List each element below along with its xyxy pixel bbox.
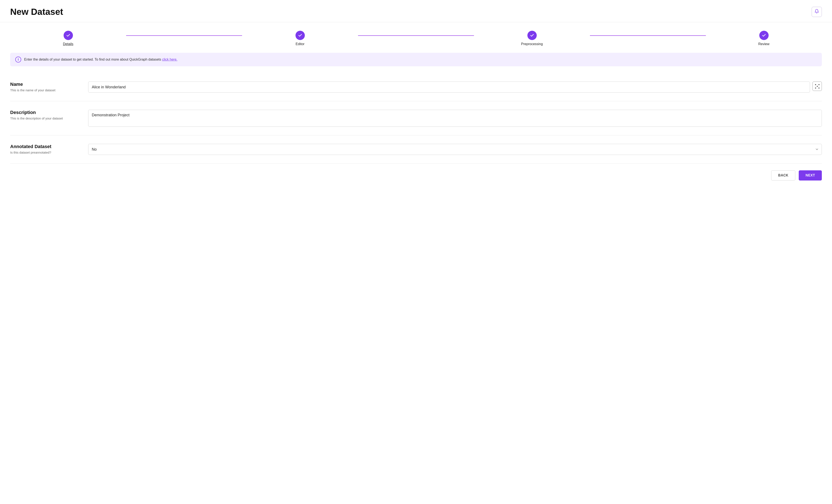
stepper: Details Editor Preprocessing Review: [0, 22, 832, 53]
step-editor-label: Editor: [296, 42, 305, 46]
connector-2: [358, 35, 474, 36]
name-sublabel: This is the name of your dataset: [10, 88, 78, 92]
header: New Dataset: [0, 0, 832, 22]
step-details-label: Details: [63, 42, 73, 46]
dice-dot-4: [815, 86, 816, 87]
step-preprocessing-label: Preprocessing: [521, 42, 543, 46]
step-preprocessing-circle: [527, 31, 537, 40]
description-input[interactable]: Demonstration Project: [88, 110, 822, 127]
info-banner: i Enter the details of your dataset to g…: [10, 53, 822, 66]
step-review-circle: [759, 31, 769, 40]
step-details-circle: [63, 31, 73, 40]
info-icon: i: [15, 57, 21, 62]
dice-dot-7: [815, 87, 816, 88]
dice-dot-5: [817, 86, 818, 87]
dice-dot-2: [817, 84, 818, 85]
annotated-label-group: Annotated Dataset Is this dataset preann…: [10, 144, 78, 154]
dice-icon: [815, 84, 820, 89]
name-label-group: Name This is the name of your dataset: [10, 82, 78, 92]
dice-dot-6: [818, 86, 820, 87]
next-button[interactable]: NEXT: [799, 170, 822, 181]
step-review: Review: [706, 31, 822, 46]
description-label-group: Description This is the description of y…: [10, 110, 78, 120]
name-input[interactable]: [88, 82, 810, 92]
connector-3: [590, 35, 706, 36]
description-sublabel: This is the description of your dataset: [10, 116, 78, 120]
annotated-sublabel: Is this dataset preannotated?: [10, 151, 78, 154]
dice-dot-8: [817, 87, 818, 88]
name-field-group: [88, 82, 822, 92]
step-review-label: Review: [758, 42, 769, 46]
description-section: Description This is the description of y…: [10, 101, 822, 135]
annotated-select[interactable]: No Yes: [88, 144, 822, 155]
connector-1: [126, 35, 242, 36]
description-label: Description: [10, 110, 78, 115]
dice-button[interactable]: [812, 82, 822, 91]
form-container: Name This is the name of your dataset: [0, 73, 832, 163]
dice-dot-3: [818, 84, 820, 85]
bell-icon: [814, 9, 819, 15]
dice-dot-9: [818, 87, 820, 88]
back-button[interactable]: BACK: [771, 170, 795, 181]
step-details: Details: [10, 31, 126, 46]
info-text: Enter the details of your dataset to get…: [24, 58, 177, 61]
dice-dot-1: [815, 84, 816, 85]
annotated-field-group: No Yes: [88, 144, 822, 155]
description-field-group: Demonstration Project: [88, 110, 822, 127]
footer: BACK NEXT: [0, 163, 832, 187]
annotated-label: Annotated Dataset: [10, 144, 78, 149]
page-title: New Dataset: [10, 7, 63, 17]
notifications-button[interactable]: [812, 7, 822, 17]
step-editor-circle: [295, 31, 305, 40]
info-link[interactable]: click here.: [162, 58, 177, 61]
step-editor: Editor: [242, 31, 358, 46]
step-preprocessing: Preprocessing: [474, 31, 590, 46]
annotated-section: Annotated Dataset Is this dataset preann…: [10, 135, 822, 163]
name-label: Name: [10, 82, 78, 87]
name-section: Name This is the name of your dataset: [10, 73, 822, 101]
